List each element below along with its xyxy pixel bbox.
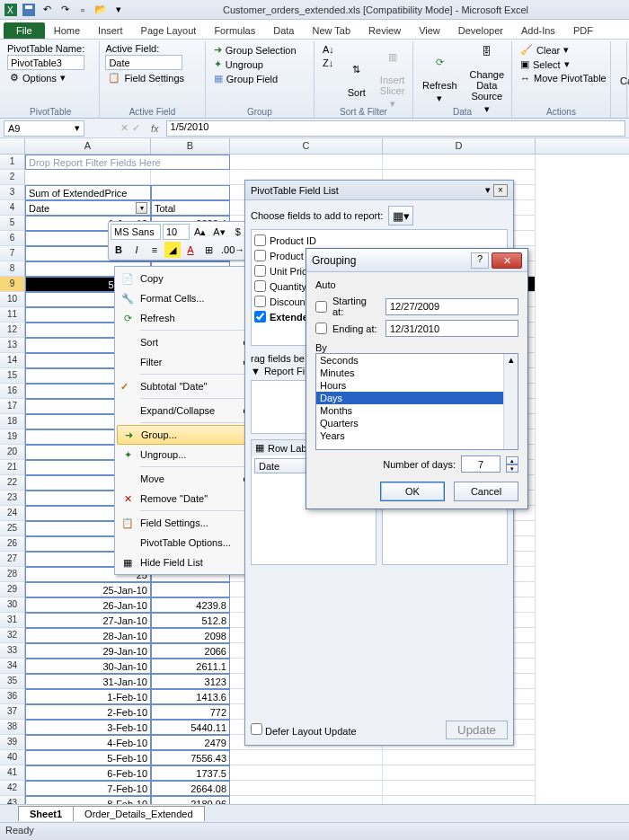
shrink-font-icon[interactable]: A▾	[210, 224, 227, 240]
pivot-date-cell[interactable]: 1-Feb-10	[25, 689, 151, 704]
col-header-d[interactable]: D	[383, 138, 536, 154]
formula-input[interactable]: 1/5/2010	[166, 120, 625, 137]
redo-icon[interactable]: ↷	[58, 3, 72, 17]
mini-font-input[interactable]	[111, 224, 161, 240]
by-option-months[interactable]: Months	[316, 404, 518, 417]
ctx-refresh[interactable]: ⟳Refresh	[117, 308, 253, 328]
field-settings-button[interactable]: 📋 Field Settings	[105, 71, 187, 84]
field-product-id[interactable]: Product ID	[254, 233, 504, 248]
col-header-c[interactable]: C	[230, 138, 383, 154]
layout-options-button[interactable]: ▦▾	[388, 206, 413, 225]
bold-icon[interactable]: B	[111, 242, 127, 258]
tab-review[interactable]: Review	[359, 22, 410, 39]
active-field-input[interactable]	[105, 55, 182, 70]
pivot-date-cell[interactable]: 30-Jan-10	[25, 659, 151, 674]
tab-home[interactable]: Home	[45, 22, 89, 39]
qat-dropdown-icon[interactable]: ▾	[111, 3, 126, 17]
pivot-value-cell[interactable]: 2098	[151, 628, 230, 643]
name-box[interactable]: A9▾	[4, 120, 84, 137]
ctx-expand-collapse[interactable]: Expand/Collapse▸	[117, 401, 253, 420]
cancel-formula-icon[interactable]: ✕	[120, 122, 128, 134]
currency-icon[interactable]: $	[230, 224, 246, 240]
days-spinner[interactable]: ▴▾	[506, 456, 518, 473]
pivot-sum-label[interactable]: Sum of ExtendedPrice	[25, 185, 151, 200]
pivot-date-cell[interactable]: 7-Feb-10	[25, 781, 151, 796]
tab-add-ins[interactable]: Add-Ins	[512, 22, 564, 39]
ctx-sort[interactable]: Sort▸	[117, 332, 253, 352]
tab-developer[interactable]: Developer	[449, 22, 512, 39]
chevron-down-icon[interactable]: ▾	[75, 122, 80, 134]
grow-font-icon[interactable]: A▴	[191, 224, 208, 240]
filter-dropdown-icon[interactable]: ▾	[136, 202, 147, 214]
open-icon[interactable]: 📂	[93, 3, 108, 17]
report-filter-drop[interactable]: Drop Report Filter Fields Here	[25, 155, 230, 170]
starting-at-checkbox[interactable]	[315, 301, 327, 313]
pivot-date-cell[interactable]: 28-Jan-10	[25, 628, 151, 643]
fill-color-icon[interactable]: ◢	[164, 242, 181, 258]
close-field-list-icon[interactable]: ×	[493, 184, 508, 197]
ctx-field-settings[interactable]: 📋Field Settings...	[117, 513, 253, 533]
col-header-a[interactable]: A	[25, 138, 151, 154]
move-pivottable-button[interactable]: ↔ Move PivotTable	[518, 72, 609, 84]
pivot-date-cell[interactable]: 3-Feb-10	[25, 720, 151, 735]
ctx-ungroup[interactable]: ✦Ungroup...	[117, 445, 253, 464]
group-selection-button[interactable]: ➜ Group Selection	[211, 43, 299, 57]
sort-desc-button[interactable]: Z↓	[320, 57, 337, 69]
by-option-days[interactable]: Days	[316, 392, 518, 404]
pivot-value-cell[interactable]: 1737.5	[151, 765, 230, 781]
by-option-seconds[interactable]: Seconds	[316, 354, 518, 367]
ctx-subtotal[interactable]: ✓Subtotal "Date"	[117, 376, 253, 396]
pivot-value-cell[interactable]: 2664.08	[151, 781, 230, 796]
tab-pdf[interactable]: PDF	[564, 22, 602, 39]
tab-insert[interactable]: Insert	[89, 22, 132, 39]
scrollbar[interactable]: ▴	[503, 354, 518, 449]
enter-formula-icon[interactable]: ✓	[132, 122, 140, 134]
options-button[interactable]: ⚙ Options ▾	[7, 71, 84, 84]
ctx-copy[interactable]: 📄Copy	[117, 269, 253, 288]
by-option-minutes[interactable]: Minutes	[316, 367, 518, 379]
defer-update-checkbox[interactable]: Defer Layout Update	[251, 723, 357, 737]
save-icon[interactable]	[22, 3, 36, 17]
by-list[interactable]: SecondsMinutesHoursDaysMonthsQuartersYea…	[315, 353, 518, 450]
tab-file[interactable]: File	[4, 22, 45, 39]
pivot-value-cell[interactable]: 2611.1	[151, 659, 230, 674]
ctx-filter[interactable]: Filter▸	[117, 352, 253, 372]
sort-asc-button[interactable]: A↓	[320, 43, 337, 56]
ctx-pivot-options[interactable]: PivotTable Options...	[117, 533, 253, 553]
sheet-tab-sheet1[interactable]: Sheet1	[18, 806, 74, 821]
pivot-date-cell[interactable]: 6-Feb-10	[25, 765, 151, 781]
pivottable-name-input[interactable]	[7, 55, 84, 70]
pivot-date-cell[interactable]: 27-Jan-10	[25, 613, 151, 628]
by-option-quarters[interactable]: Quarters	[316, 417, 518, 429]
clear-button[interactable]: 🧹 Clear ▾	[518, 43, 609, 57]
pivot-date-cell[interactable]: 26-Jan-10	[25, 597, 151, 613]
fx-icon[interactable]: fx	[151, 123, 159, 134]
font-color-icon[interactable]: A	[182, 242, 199, 258]
pivot-value-cell[interactable]	[151, 582, 230, 597]
number-of-days-input[interactable]	[461, 455, 501, 473]
ctx-hide-field-list[interactable]: ▦Hide Field List	[117, 553, 253, 572]
tab-data[interactable]: Data	[264, 22, 303, 39]
pivot-date-cell[interactable]: 25-Jan-10	[25, 582, 151, 597]
tab-page-layout[interactable]: Page Layout	[132, 22, 206, 39]
by-option-years[interactable]: Years	[316, 429, 518, 442]
ok-button[interactable]: OK	[380, 482, 445, 501]
help-icon[interactable]: ?	[471, 252, 489, 269]
pivot-value-cell[interactable]: 3123	[151, 674, 230, 689]
starting-at-input[interactable]	[385, 298, 518, 315]
cancel-button[interactable]: Cancel	[454, 482, 518, 501]
col-header-b[interactable]: B	[151, 138, 230, 154]
close-dialog-icon[interactable]: ✕	[492, 252, 522, 269]
ending-at-input[interactable]	[385, 320, 518, 337]
undo-icon[interactable]: ↶	[40, 3, 54, 17]
group-field-button[interactable]: ▦ Group Field	[211, 72, 299, 85]
border-icon[interactable]: ⊞	[200, 242, 217, 258]
ctx-move[interactable]: Move▸	[117, 469, 253, 489]
ending-at-checkbox[interactable]	[315, 323, 327, 334]
ctx-group[interactable]: ➜Group...	[117, 425, 253, 445]
ctx-remove[interactable]: ✕Remove "Date"	[117, 489, 253, 508]
align-icon[interactable]: ≡	[146, 242, 163, 258]
ctx-format-cells[interactable]: 🔧Format Cells...	[117, 288, 253, 308]
tab-view[interactable]: View	[410, 22, 449, 39]
italic-icon[interactable]: I	[128, 242, 145, 258]
